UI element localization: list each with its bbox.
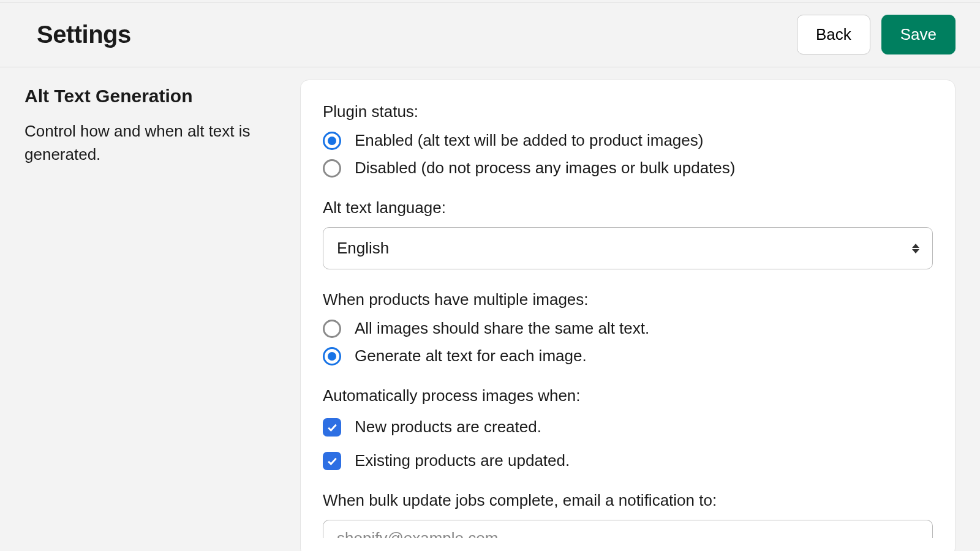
multi-image-each-radio[interactable]: Generate alt text for each image. (323, 347, 933, 365)
section-intro: Alt Text Generation Control how and when… (24, 80, 282, 166)
radio-label: Generate alt text for each image. (355, 347, 587, 365)
checkbox-label: Existing products are updated. (355, 451, 570, 470)
language-group: Alt text language: English (323, 198, 933, 269)
settings-card: Plugin status: Enabled (alt text will be… (300, 80, 956, 551)
back-button[interactable]: Back (797, 15, 870, 54)
language-label: Alt text language: (323, 198, 933, 217)
multi-image-shared-radio[interactable]: All images should share the same alt tex… (323, 319, 933, 338)
checkbox-label: New products are created. (355, 418, 541, 437)
notify-email-input[interactable]: shopify@example.com (323, 520, 933, 538)
auto-process-group: Automatically process images when: New p… (323, 386, 933, 470)
section-heading: Alt Text Generation (24, 86, 282, 107)
notify-group: When bulk update jobs complete, email a … (323, 491, 933, 538)
save-button[interactable]: Save (881, 15, 956, 54)
page-title: Settings (37, 21, 131, 48)
plugin-status-disabled-radio[interactable]: Disabled (do not process any images or b… (323, 159, 933, 178)
radio-icon (323, 320, 341, 338)
checkbox-icon (323, 452, 341, 470)
plugin-status-label: Plugin status: (323, 102, 933, 121)
checkbox-icon (323, 418, 341, 437)
notify-label: When bulk update jobs complete, email a … (323, 491, 933, 510)
multi-image-group: When products have multiple images: All … (323, 290, 933, 365)
section-description: Control how and when alt text is generat… (24, 120, 282, 166)
auto-process-new-checkbox[interactable]: New products are created. (323, 418, 933, 437)
plugin-status-group: Plugin status: Enabled (alt text will be… (323, 102, 933, 178)
radio-icon (323, 159, 341, 178)
multi-image-label: When products have multiple images: (323, 290, 933, 309)
plugin-status-enabled-radio[interactable]: Enabled (alt text will be added to produ… (323, 131, 933, 150)
radio-label: Disabled (do not process any images or b… (355, 159, 735, 178)
header-actions: Back Save (797, 15, 956, 54)
radio-icon (323, 347, 341, 365)
radio-label: Enabled (alt text will be added to produ… (355, 131, 703, 150)
auto-process-existing-checkbox[interactable]: Existing products are updated. (323, 451, 933, 470)
radio-label: All images should share the same alt tex… (355, 319, 649, 338)
language-select[interactable]: English (323, 227, 933, 269)
page-header: Settings Back Save (0, 2, 980, 67)
radio-icon (323, 132, 341, 150)
auto-process-label: Automatically process images when: (323, 386, 933, 405)
